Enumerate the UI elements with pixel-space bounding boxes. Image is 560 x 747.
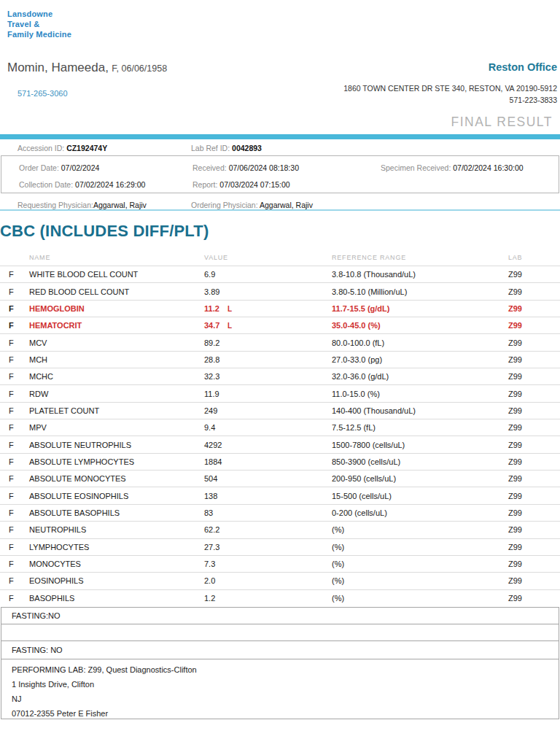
panel-title: CBC (INCLUDES DIFF/PLT) [0, 222, 209, 241]
specimen-received: Specimen Received: 07/02/2024 16:30:00 [381, 163, 524, 172]
final-flag: F [9, 543, 14, 551]
collection-date-label: Collection Date: [19, 180, 73, 189]
final-flag: F [9, 287, 14, 296]
test-value: 2.0 [204, 576, 215, 585]
table-row: F WHITE BLOOD CELL COUNT 6.9 3.8-10.8 (T… [0, 266, 560, 282]
reference-range: (%) [332, 576, 344, 585]
reference-range: 11.7-15.5 (g/dL) [332, 304, 389, 313]
performing-lab-box: PERFORMING LAB: Z99, Quest Diagnostics-C… [1, 659, 559, 719]
empty-note-box [1, 624, 559, 641]
lab-code: Z99 [508, 355, 522, 364]
lab-code: Z99 [508, 423, 522, 432]
abnormal-flag: L [228, 304, 232, 312]
results-table: NAME VALUE REFERENCE RANGE LAB F WHITE B… [0, 249, 560, 606]
test-value: 32.3 [204, 372, 219, 381]
final-flag: F [9, 355, 14, 364]
lab-ref-id-value: 0042893 [232, 144, 262, 152]
final-flag: F [9, 338, 14, 347]
requesting-physician: Requesting Physician:Aggarwal, Rajiv [18, 201, 147, 209]
table-row: F HEMATOCRIT 34.7 L 35.0-45.0 (%) Z99 [0, 317, 560, 333]
test-name: MCH [29, 355, 47, 364]
final-flag: F [9, 594, 14, 603]
lab-code: Z99 [508, 560, 522, 568]
lab-code: Z99 [508, 457, 522, 466]
order-date: Order Date: 07/02/2024 [19, 163, 99, 172]
lab-code: Z99 [508, 304, 522, 313]
reference-range: 200-950 (cells/uL) [332, 474, 396, 483]
reference-range: 15-500 (cells/uL) [332, 492, 392, 500]
table-row: F ABSOLUTE EOSINOPHILS 138 15-500 (cells… [0, 487, 560, 503]
reference-range: 80.0-100.0 (fL) [332, 338, 384, 347]
test-value: 34.7 [204, 321, 219, 330]
table-row: F HEMOGLOBIN 11.2 L 11.7-15.5 (g/dL) Z99 [0, 300, 560, 317]
table-row: F ABSOLUTE NEUTROPHILS 4292 1500-7800 (c… [0, 436, 560, 452]
table-row: F LYMPHOCYTES 27.3 (%) Z99 [0, 538, 560, 555]
final-flag: F [9, 390, 14, 398]
test-name: PLATELET COUNT [29, 406, 99, 415]
patient-phone: 571-265-3060 [18, 89, 68, 98]
patient-demographics: F, 06/06/1958 [112, 63, 167, 74]
test-value: 7.3 [204, 560, 215, 568]
lab-code: Z99 [508, 441, 522, 449]
logo-line-2: Travel & [7, 19, 71, 29]
test-name: MCHC [29, 372, 53, 381]
test-value: 9.4 [204, 423, 215, 432]
report-date-label: Report: [192, 180, 217, 189]
accession-id-label: Accession ID: [18, 144, 64, 152]
lab-code: Z99 [508, 372, 522, 381]
test-value: 3.89 [204, 287, 219, 296]
test-value: 83 [204, 508, 213, 517]
lab-code: Z99 [508, 321, 522, 330]
table-row: F MONOCYTES 7.3 (%) Z99 [0, 555, 560, 572]
test-value: 11.9 [204, 390, 219, 398]
lab-code: Z99 [508, 543, 522, 551]
test-name: LYMPHOCYTES [29, 543, 89, 551]
office-name: Reston Office [343, 61, 557, 73]
test-name: RED BLOOD CELL COUNT [29, 287, 129, 296]
order-date-value: 07/02/2024 [61, 163, 100, 172]
requesting-physician-value: Aggarwal, Rajiv [93, 201, 147, 209]
order-date-label: Order Date: [19, 163, 59, 172]
final-flag: F [9, 560, 14, 568]
reference-range: (%) [332, 560, 344, 568]
final-flag: F [9, 492, 14, 500]
reference-range: 0-200 (cells/uL) [332, 508, 387, 517]
test-name: MONOCYTES [29, 560, 81, 568]
accession-id-value: CZ192474Y [66, 144, 107, 152]
table-row: F ABSOLUTE LYMPHOCYTES 1884 850-3900 (ce… [0, 453, 560, 470]
lab-code: Z99 [508, 576, 522, 585]
performing-lab-line-4: 07012-2355 Peter E Fisher [12, 710, 548, 719]
table-row: F ABSOLUTE BASOPHILS 83 0-200 (cells/uL)… [0, 504, 560, 521]
lab-code: Z99 [508, 492, 522, 500]
col-header-lab: LAB [508, 254, 522, 261]
fasting-note-box-1: FASTING:NO [1, 607, 559, 624]
collection-date: Collection Date: 07/02/2024 16:29:00 [19, 180, 145, 189]
ordering-physician-label: Ordering Physician: [191, 201, 258, 209]
office-phone: 571-223-3833 [343, 96, 557, 104]
patient-header: Momin, Hameeda, F, 06/06/1958 [7, 61, 167, 75]
test-name: ABSOLUTE NEUTROPHILS [29, 441, 131, 449]
test-value: 11.2 [204, 304, 219, 313]
order-details-row-2: Collection Date: 07/02/2024 16:29:00 Rep… [1, 178, 559, 188]
fasting-note-box-2: FASTING: NO [1, 640, 559, 659]
accession-row: Accession ID: CZ192474Y Lab Ref ID: 0042… [0, 142, 560, 155]
requesting-physician-label: Requesting Physician: [18, 201, 93, 209]
test-name: NEUTROPHILS [29, 525, 86, 534]
final-flag: F [9, 508, 14, 517]
test-name: ABSOLUTE EOSINOPHILS [29, 492, 128, 500]
test-name: HEMOGLOBIN [29, 304, 85, 313]
final-flag: F [9, 576, 14, 585]
final-flag: F [9, 457, 14, 466]
collection-date-value: 07/02/2024 16:29:00 [75, 180, 145, 189]
lab-code: Z99 [508, 287, 522, 296]
test-name: MPV [29, 423, 47, 432]
divider-bar [0, 134, 560, 139]
reference-range: 140-400 (Thousand/uL) [332, 406, 416, 415]
lab-ref-id: Lab Ref ID: 0042893 [191, 144, 262, 152]
test-name: HEMATOCRIT [29, 321, 82, 330]
test-name: ABSOLUTE LYMPHOCYTES [29, 457, 134, 466]
table-row: F RDW 11.9 11.0-15.0 (%) Z99 [0, 384, 560, 401]
specimen-received-value: 07/02/2024 16:30:00 [453, 163, 523, 172]
lab-code: Z99 [508, 390, 522, 398]
received-label: Received: [192, 163, 227, 172]
